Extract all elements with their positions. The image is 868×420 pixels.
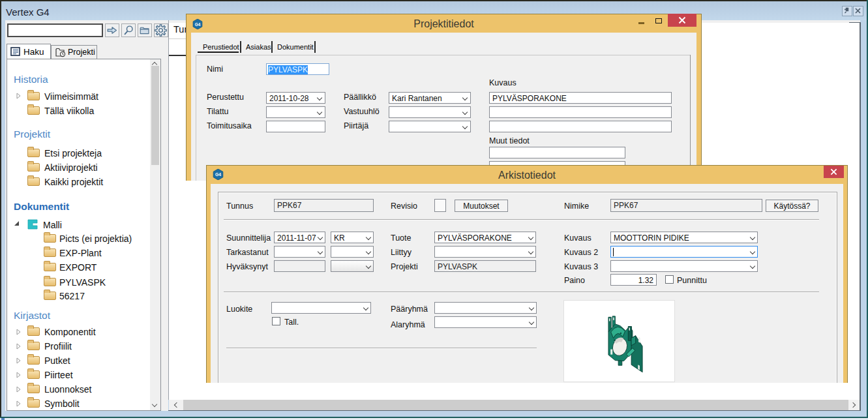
svg-text:G4: G4 bbox=[195, 22, 201, 27]
svg-text:G4: G4 bbox=[215, 172, 221, 177]
